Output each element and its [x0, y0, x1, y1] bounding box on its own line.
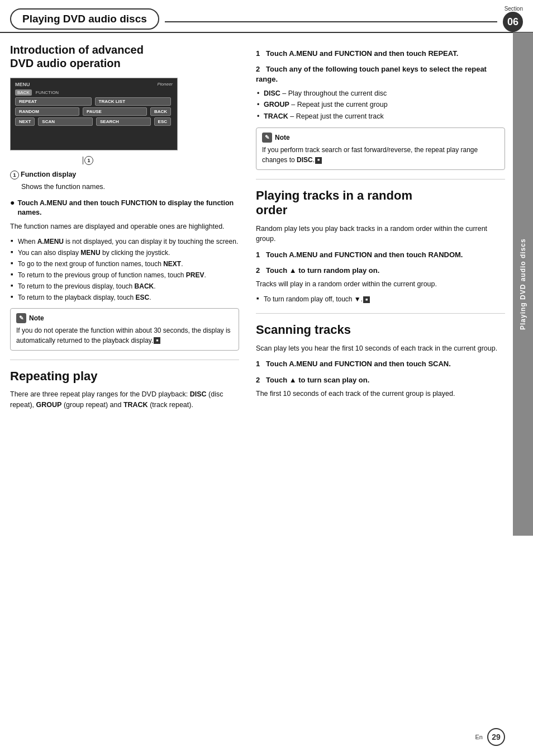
list-item: To go to the next group of function name… — [18, 259, 239, 269]
step1-repeat: 1 Touch A.MENU and FUNCTION and then tou… — [256, 49, 505, 59]
esc-btn: ESC — [154, 117, 171, 126]
page-header: Playing DVD audio discs Section 06 — [0, 0, 533, 33]
step2-scan: 2 Touch ▲ to turn scan play on. — [256, 375, 505, 385]
list-item: DISC – Play throughout the current disc — [264, 88, 505, 99]
repeating-play-heading: Repeating play — [10, 369, 239, 384]
annotation-row: 1 — [10, 156, 239, 165]
scanning-body: Scan play lets you hear the first 10 sec… — [256, 343, 505, 354]
circle-num-1: 1 — [10, 171, 19, 179]
intro-heading: Introduction of advanced DVD audio opera… — [10, 43, 239, 70]
footer-lang: En — [475, 734, 483, 740]
touch-bullet-heading: Touch A.MENU and then touch FUNCTION to … — [17, 199, 239, 218]
stop-symbol-3: ■ — [363, 296, 370, 303]
note-text-right: If you perform track search or fast forw… — [262, 145, 499, 165]
menu-label: MENU — [15, 82, 30, 87]
main-content: Introduction of advanced DVD audio opera… — [0, 33, 533, 424]
scan-btn: SCAN — [38, 117, 93, 126]
page-footer: En 29 — [475, 728, 505, 746]
note-title-right: ✎ Note — [262, 133, 499, 143]
note-box-left: ✎ Note If you do not operate the functio… — [10, 308, 239, 351]
tracklist-btn: TRACK LIST — [95, 97, 172, 106]
divider-3 — [256, 313, 505, 314]
next-btn: NEXT — [15, 117, 35, 126]
stop-symbol: ■ — [154, 337, 160, 344]
step1-scan: 1 Touch A.MENU and FUNCTION and then tou… — [256, 359, 505, 369]
random-heading: Playing tracks in a random order — [256, 188, 505, 218]
repeat-btn: REPEAT — [15, 97, 92, 106]
step2-random: 2 Touch ▲ to turn random play on. — [256, 266, 505, 276]
right-column: 1 Touch A.MENU and FUNCTION and then tou… — [250, 43, 505, 414]
device-image: MENU Pioneer BACK FUNCTION REPEAT TRACK … — [10, 78, 178, 150]
circle-annotation: 1 — [84, 156, 93, 165]
page-title: Playing DVD audio discs — [10, 8, 159, 30]
function-display-label: Function display — [21, 171, 76, 178]
random-step2-body: Tracks will play in a random order withi… — [256, 279, 505, 290]
section-label: Section — [505, 6, 523, 12]
list-item: To return to the previous group of funct… — [18, 270, 239, 280]
left-column: Introduction of advanced DVD audio opera… — [10, 43, 250, 414]
note-box-right: ✎ Note If you perform track search or fa… — [256, 127, 505, 170]
random-btn: RANDOM — [15, 107, 79, 116]
step1-random: 1 Touch A.MENU and FUNCTION and then tou… — [256, 250, 505, 260]
touch-bullet-section: ● Touch A.MENU and then touch FUNCTION t… — [10, 198, 239, 218]
step2-repeat-heading: 2 Touch any of the following touch panel… — [256, 64, 505, 84]
divider-1 — [10, 360, 239, 360]
note-icon-right: ✎ — [262, 133, 272, 143]
list-item: GROUP – Repeat just the current group — [264, 100, 505, 110]
list-item: You can also display MENU by clicking th… — [18, 248, 239, 258]
scanning-heading: Scanning tracks — [256, 323, 505, 337]
function-display-section: 1 Function display Shows the function na… — [10, 171, 239, 192]
list-item: To turn random play off, touch ▼.■ — [264, 294, 505, 304]
note-icon: ✎ — [16, 313, 26, 323]
page-number-badge: 29 — [487, 728, 505, 746]
scan-step2-body: The first 10 seconds of each track of th… — [256, 389, 505, 399]
section-box: Section 06 — [503, 6, 523, 32]
search-btn: SEARCH — [96, 117, 151, 126]
function-display-desc: Shows the function names. — [10, 182, 239, 192]
random-bullet-list: To turn random play off, touch ▼.■ — [256, 294, 505, 304]
touch-bullet-body: The function names are displayed and ope… — [10, 221, 239, 232]
sidebar-label: Playing DVD audio discs — [513, 32, 533, 536]
list-item: To return to the previous display, touch… — [18, 281, 239, 291]
list-item: TRACK – Repeat just the current track — [264, 111, 505, 122]
repeating-play-body: There are three repeat play ranges for t… — [10, 389, 239, 410]
note-title-left: ✎ Note — [16, 313, 233, 323]
back-btn: BACK — [15, 89, 32, 96]
repeat-bullets: DISC – Play throughout the current disc … — [256, 88, 505, 122]
list-item: When A.MENU is not displayed, you can di… — [18, 237, 239, 247]
random-body: Random play lets you play back tracks in… — [256, 224, 505, 245]
pioneer-logo: Pioneer — [157, 82, 173, 87]
back-btn2: BACK — [150, 107, 171, 116]
stop-symbol-2: ■ — [315, 157, 322, 164]
section-number: 06 — [503, 12, 523, 32]
square-bullet-list: When A.MENU is not displayed, you can di… — [10, 237, 239, 303]
pause-btn: PAUSE — [83, 107, 147, 116]
function-label: FUNCTION — [34, 89, 61, 96]
list-item: To return to the playback display, touch… — [18, 292, 239, 303]
note-text-left: If you do not operate the function withi… — [16, 325, 233, 346]
divider-2 — [256, 179, 505, 179]
